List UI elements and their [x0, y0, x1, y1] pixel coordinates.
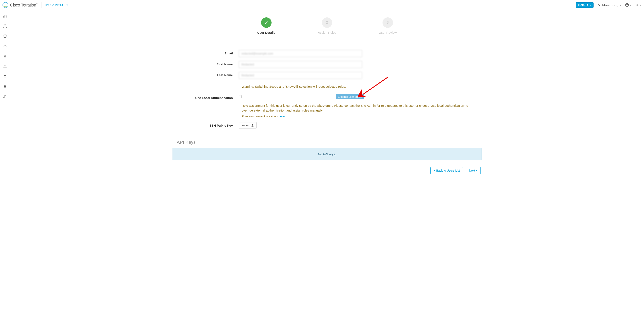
external-user-badge: External user profile — [336, 94, 364, 99]
svg-rect-8 — [6, 27, 6, 28]
left-sidebar — [0, 10, 10, 321]
header-divider — [41, 2, 42, 8]
role-info-suffix: . — [285, 114, 286, 118]
heartbeat-icon — [597, 3, 601, 7]
last-name-field[interactable] — [239, 72, 362, 79]
main-content: User Details 2 Assign Roles 3 User Revie… — [10, 10, 644, 321]
sidebar-maintenance[interactable] — [3, 94, 7, 99]
svg-rect-3 — [4, 16, 4, 17]
step-label: User Review — [379, 31, 396, 34]
gear-icon — [635, 3, 639, 7]
caret-down-icon — [640, 4, 642, 6]
sidebar-alerts[interactable] — [3, 64, 7, 68]
last-name-label: Last Name — [172, 72, 239, 77]
sidebar-connectors[interactable] — [3, 74, 7, 78]
wrench-icon — [3, 95, 7, 98]
role-info-text: Role assignment for this user is current… — [239, 102, 482, 119]
step-label: Assign Roles — [318, 31, 336, 34]
first-name-field[interactable] — [239, 61, 362, 68]
email-label: Email — [172, 50, 239, 55]
role-setup-link[interactable]: here — [278, 114, 285, 118]
role-info-line1: Role assignment for this user is current… — [242, 103, 479, 113]
hierarchy-icon — [3, 24, 7, 28]
import-btn-label: Import — [242, 124, 250, 127]
scope-selector-button[interactable]: Default — [576, 2, 593, 8]
sidebar-topology[interactable] — [3, 24, 7, 28]
svg-point-1 — [627, 6, 627, 6]
app-header: Cisco Tetration™ USER DETAILS Default Mo… — [0, 0, 644, 10]
user-form: Email First Name Last Name Warning: Swit… — [172, 41, 482, 178]
upload-icon — [251, 124, 254, 127]
monitoring-label: Monitoring — [602, 3, 618, 7]
step-assign-roles[interactable]: 2 Assign Roles — [311, 17, 343, 34]
caret-down-icon — [590, 4, 591, 6]
role-info-line2: Role assignment is set up here. — [242, 114, 479, 119]
step-circle-pending: 2 — [322, 17, 332, 28]
email-field[interactable] — [239, 50, 362, 57]
bank-icon — [3, 84, 7, 88]
sidebar-compliance[interactable] — [3, 84, 7, 88]
step-circle-pending: 3 — [382, 17, 393, 28]
brand-block: Cisco Tetration™ — [2, 2, 38, 8]
page-title: USER DETAILS — [45, 3, 68, 7]
plug-icon — [3, 74, 7, 78]
back-to-users-button[interactable]: Back to Users List — [430, 167, 463, 174]
svg-rect-7 — [4, 27, 4, 28]
wizard-footer: Back to Users List Next — [172, 160, 482, 178]
sidebar-security[interactable] — [3, 34, 7, 38]
settings-menu[interactable] — [635, 3, 642, 7]
next-btn-label: Next — [469, 169, 475, 172]
caret-down-icon — [620, 4, 622, 6]
import-ssh-button[interactable]: Import — [239, 122, 257, 128]
wizard-stepper: User Details 2 Assign Roles 3 User Revie… — [14, 10, 641, 41]
next-button[interactable]: Next — [466, 167, 481, 174]
scope-warning-text: Warning: Switching Scope and 'Show All' … — [239, 83, 482, 95]
back-btn-label: Back to Users List — [436, 169, 460, 172]
local-auth-checkbox[interactable] — [239, 95, 242, 98]
bell-icon — [3, 64, 7, 68]
sidebar-lab[interactable] — [3, 54, 7, 58]
check-icon — [264, 20, 268, 25]
step-user-details[interactable]: User Details — [250, 17, 282, 34]
chevron-right-icon — [476, 170, 478, 172]
ssh-key-label: SSH Public Key — [172, 122, 239, 127]
step-label: User Details — [257, 31, 276, 34]
local-auth-label: Use Local Authentication — [172, 95, 239, 100]
gauge-icon — [3, 44, 7, 48]
help-icon — [625, 3, 629, 7]
sidebar-performance[interactable] — [3, 44, 7, 48]
svg-rect-5 — [6, 16, 6, 17]
help-menu[interactable] — [625, 3, 632, 7]
brand-text: Cisco Tetration™ — [10, 3, 38, 7]
monitoring-menu[interactable]: Monitoring — [597, 3, 622, 7]
scope-label: Default — [578, 3, 588, 7]
caret-down-icon — [630, 4, 632, 6]
step-user-review[interactable]: 3 User Review — [372, 17, 404, 34]
svg-point-2 — [637, 4, 638, 6]
shield-icon — [3, 34, 7, 38]
first-name-label: First Name — [172, 61, 239, 66]
sidebar-dashboard[interactable] — [3, 14, 7, 18]
chevron-left-icon — [434, 170, 435, 172]
bar-chart-icon — [3, 14, 7, 18]
svg-rect-6 — [4, 25, 5, 25]
step-circle-done — [261, 17, 272, 28]
svg-rect-4 — [4, 15, 5, 17]
role-info-prefix: Role assignment is set up — [242, 114, 278, 118]
no-api-keys-banner: No API keys. — [172, 148, 482, 160]
brand-logo-icon — [2, 2, 8, 8]
flask-icon — [3, 54, 7, 58]
api-keys-heading: API Keys — [172, 140, 482, 145]
